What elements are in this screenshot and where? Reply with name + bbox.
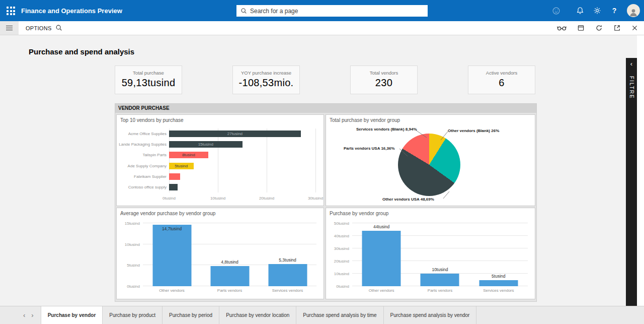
search-input[interactable] [250, 8, 424, 15]
footer-tab[interactable]: Purchase by period [163, 306, 219, 324]
footer-tab[interactable]: Purchase spend analysis by time [296, 306, 383, 324]
kpi-value: 59,13tusind [115, 77, 182, 89]
user-avatar[interactable] [627, 4, 640, 17]
bar[interactable]: 14,7tusind [152, 225, 191, 287]
bar[interactable] [421, 274, 459, 286]
pie-label-3: Parts vendors USA 16,36% [344, 146, 395, 151]
chart-title: Top 10 vendors by purchase [120, 117, 184, 123]
category-label: Tailspin Parts [117, 153, 169, 157]
close-icon[interactable] [631, 25, 638, 31]
footer-tab[interactable]: Purchase by product [103, 306, 163, 324]
bar-track: 15tusind [169, 141, 315, 148]
feedback-icon[interactable] [547, 7, 565, 15]
app-title: Finance and Operations Preview [21, 7, 122, 15]
filter-pane: ‹ FILTRE [626, 58, 637, 306]
category-label: Fabrikam Supplier [117, 174, 169, 179]
bar-slot: 5tusindServices vendors [469, 223, 528, 286]
bar[interactable]: 27tusind [169, 131, 301, 137]
chart-purchase-by-group-pie: Total purchase by vendor group Services … [326, 114, 535, 206]
footer-tab[interactable]: Purchase spend analysis by vendor [384, 306, 477, 324]
search-icon [240, 8, 247, 14]
bar-track: 27tusind [169, 131, 315, 137]
kpi-value: 6 [468, 77, 535, 89]
axis-tick-label: 30tusind [334, 246, 352, 251]
group-plot: 44tusindOther vendors10tusindParts vendo… [352, 223, 528, 286]
top-navigation-bar: Finance and Operations Preview ? [0, 0, 644, 21]
category-label: Lande Packaging Supplies [117, 142, 169, 147]
refresh-icon[interactable] [595, 24, 603, 32]
pie-label-2: Other vendors USA 48,69% [382, 197, 434, 202]
kpi-label: Total vendors [351, 70, 417, 76]
scrollbar-gutter[interactable] [637, 35, 644, 306]
panel-body: Top 10 vendors by purchase Acme Office S… [115, 113, 536, 301]
chart-title: Average vendor purchase by vendor group [120, 211, 215, 216]
axis-tick-label: 10tusind [334, 272, 352, 276]
bar[interactable] [210, 266, 249, 286]
bar-value-label: 44tusind [373, 224, 389, 229]
hbar-row: Tailspin Parts8tusind [117, 150, 315, 160]
glasses-icon[interactable] [557, 25, 567, 31]
axis-tick-label: 10tusind [125, 242, 143, 246]
bar-value-label: 27tusind [227, 132, 243, 136]
footer-tab[interactable]: Purchase by vendor location [219, 306, 296, 324]
hbar-row: Contoso office supply [117, 182, 315, 192]
chart-title: Total purchase by vendor group [330, 117, 400, 123]
chart-purchase-by-group: Purchase by vendor group 0tusind10tusind… [326, 208, 535, 299]
window-icon[interactable] [577, 24, 585, 32]
chart-top10-vendors: Top 10 vendors by purchase Acme Office S… [116, 114, 324, 206]
hbar-row: Acme Office Supplies27tusind [117, 128, 315, 139]
options-menu[interactable]: OPTIONS [26, 25, 52, 31]
footer-tab[interactable]: Purchase by vendor [41, 306, 103, 324]
notifications-icon[interactable] [572, 7, 589, 15]
bar-value-label: 10tusind [432, 267, 448, 272]
pie-label-0: Services vendors (Blank) 8,94% [356, 127, 417, 132]
category-label: Parts vendors [428, 288, 452, 293]
settings-gear-icon[interactable] [589, 7, 606, 15]
kpi-label: YOY purchase increase [233, 70, 299, 76]
page-title: Purchase and spend analysis [29, 47, 134, 56]
bar[interactable]: 15tusind [169, 141, 243, 148]
kpi-card: Total purchase59,13tusind [115, 66, 182, 94]
pie[interactable] [398, 134, 460, 196]
axis-tick-label: 0tusind [127, 284, 143, 289]
axis-tick-label: 5tusind [127, 263, 143, 268]
axis-tick-label: 20tusind [259, 196, 274, 201]
filter-pane-toggle[interactable]: ‹ [626, 58, 637, 71]
hamburger-menu-button[interactable] [0, 21, 19, 35]
tabs-scroll-right-icon[interactable]: › [31, 312, 33, 318]
tabs-scroll-left-icon[interactable]: ‹ [23, 312, 25, 318]
bar[interactable] [479, 280, 518, 287]
kpi-label: Active vendors [468, 70, 535, 76]
hbar-row: Fabrikam Supplier [117, 171, 315, 182]
dashboard-content: Purchase and spend analysis Total purcha… [0, 35, 644, 306]
bar[interactable] [268, 264, 307, 286]
kpi-card: YOY purchase increase-108,53mio. [232, 66, 300, 94]
bar-value-label: 4,8tusind [221, 260, 238, 265]
bar-track: 5tusind [169, 163, 315, 169]
axis-tick-label: 0tusind [336, 284, 352, 289]
global-search-box[interactable] [236, 5, 428, 17]
waffle-icon[interactable] [7, 7, 15, 15]
avg-plot: 14,7tusindOther vendors4,8tusindParts ve… [143, 223, 316, 286]
help-icon[interactable]: ? [606, 7, 623, 15]
topbar-actions: ? [547, 0, 640, 21]
axis-tick-label: 40tusind [334, 234, 352, 238]
chart-title: Purchase by vendor group [330, 211, 388, 216]
bar[interactable] [169, 184, 178, 190]
gridline [315, 128, 316, 192]
app-window: Finance and Operations Preview ? [0, 0, 644, 324]
bar-value-label: 5tusind [175, 164, 188, 168]
category-label: Services vendors [272, 288, 303, 293]
popout-icon[interactable] [613, 24, 621, 32]
hbar-row: Ade Supply Company5tusind [117, 161, 315, 171]
bar[interactable]: 5tusind [169, 163, 194, 169]
vendor-purchase-panel: VENDOR PURCHASE Top 10 vendors by purcha… [115, 103, 537, 302]
bar[interactable]: 8tusind [169, 152, 208, 158]
category-label: Ade Supply Company [117, 164, 169, 168]
toolbar-search-icon[interactable] [55, 24, 62, 31]
bar-slot: 5,3tusindServices vendors [259, 223, 316, 286]
bar[interactable] [169, 173, 180, 180]
bar-track: 8tusind [169, 152, 315, 158]
toolbar-right-actions [557, 21, 638, 35]
bar[interactable] [362, 231, 401, 286]
